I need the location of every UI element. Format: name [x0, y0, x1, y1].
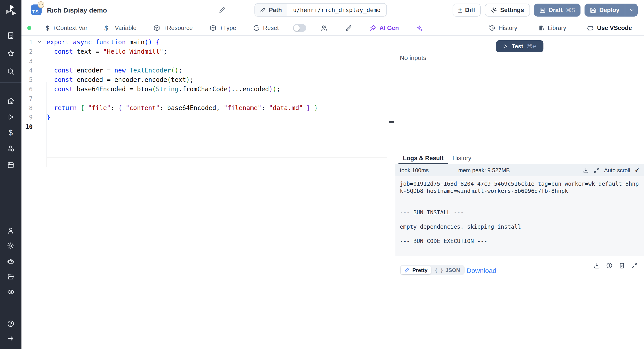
path-label: Path	[255, 4, 287, 16]
sidebar-item-eye-icon[interactable]	[7, 288, 14, 296]
no-inputs-text: No inputs	[400, 54, 426, 61]
sidebar-item-cubes-icon[interactable]	[7, 145, 14, 153]
result-actions	[594, 262, 638, 269]
code-text: return { "file": { "content": base64Enco…	[46, 104, 395, 111]
result-view-switch: Pretty { } JSON	[400, 265, 464, 275]
download-result-icon[interactable]	[594, 262, 600, 269]
ts-badge-label: TS	[32, 9, 39, 14]
sidebar-item-dollar-icon[interactable]: $	[9, 129, 13, 136]
editor-toolbar: $ +Context Var $ +Variable +Resource +Ty…	[22, 21, 644, 36]
line-number: 1	[22, 38, 33, 46]
library-button[interactable]: Library	[535, 24, 569, 32]
indent-guide	[46, 82, 47, 158]
collab-toggle[interactable]	[293, 24, 306, 32]
code-line-7: 7	[22, 94, 395, 103]
tab-history[interactable]: History	[448, 152, 476, 164]
deploy-button[interactable]: Deploy	[584, 4, 625, 17]
bun-runtime-icon	[38, 1, 44, 8]
current-line-highlight	[46, 158, 387, 167]
draft-button[interactable]: Draft ⌘S	[534, 4, 580, 17]
ai-gen-button[interactable]: AI Gen	[366, 24, 402, 32]
run-duration: took 100ms	[400, 167, 429, 173]
add-type-button[interactable]: +Type	[207, 24, 239, 32]
ai-sparkles-button[interactable]	[413, 24, 426, 32]
add-resource-button[interactable]: +Resource	[151, 24, 196, 32]
line-number: 3	[22, 57, 33, 64]
package-icon	[154, 25, 160, 31]
line-number: 9	[22, 113, 33, 121]
magic-wand-icon	[369, 24, 376, 32]
edit-title-pencil-icon[interactable]	[219, 6, 226, 14]
json-view-option[interactable]: { } JSON	[431, 266, 464, 274]
typescript-language-badge[interactable]: TS	[31, 5, 42, 15]
sidebar-item-user-icon[interactable]	[7, 227, 14, 234]
test-run-button[interactable]: Test ⌘↵	[496, 40, 544, 52]
topbar: TS Rich Display demo Path u/henri/rich_d…	[22, 0, 644, 20]
info-icon[interactable]	[606, 262, 613, 269]
download-file-link[interactable]: Download	[466, 267, 496, 274]
code-text: export async function main() {	[46, 38, 395, 46]
fold-chevron-icon[interactable]	[33, 39, 46, 44]
add-variable-button[interactable]: $ +Variable	[102, 24, 139, 32]
save-icon	[539, 7, 546, 13]
gear-settings-icon	[491, 7, 497, 13]
sidebar-item-play-icon[interactable]	[7, 113, 14, 121]
sidebar-item-home-icon[interactable]	[7, 97, 14, 105]
line-number: 4	[22, 67, 33, 74]
deploy-dropdown-button[interactable]	[625, 4, 638, 17]
sidebar-item-search-icon[interactable]	[7, 68, 14, 75]
auto-scroll-label[interactable]: Auto scroll	[604, 167, 630, 173]
job-logs[interactable]: job=01912d75-163d-8204-47c9-5469c516cb1e…	[395, 176, 644, 256]
sidebar-item-gear-icon[interactable]	[7, 242, 14, 250]
toolbar-left: $ +Context Var $ +Variable +Resource +Ty…	[27, 24, 426, 32]
chevron-down-icon	[628, 7, 634, 13]
use-vscode-button[interactable]: Use VScode	[584, 24, 634, 32]
sidebar-item-robot-icon[interactable]	[7, 258, 14, 265]
reset-button[interactable]: Reset	[250, 24, 282, 32]
pen-nib-icon	[404, 267, 410, 273]
users-icon	[321, 24, 328, 32]
inputs-section: Test ⌘↵ No inputs	[395, 36, 644, 152]
history-button[interactable]: History	[486, 24, 520, 32]
refresh-icon	[253, 25, 260, 31]
sidebar-item-folder-icon[interactable]	[7, 273, 14, 280]
expand-result-icon[interactable]	[631, 262, 638, 269]
code-line-5: 5 const encoded = encoder.encode(text);	[22, 75, 395, 84]
sidebar-item-help-icon[interactable]	[7, 320, 14, 327]
path-value: u/henri/rich_display_demo	[287, 4, 386, 16]
brush-icon	[345, 24, 352, 32]
mem-peak: mem peak: 9.527MB	[458, 167, 510, 173]
download-logs-icon[interactable]	[582, 167, 589, 173]
code-line-4: 4 const encoder = new TextEncoder();	[22, 65, 395, 75]
overview-ruler[interactable]	[388, 36, 395, 349]
tab-logs-result[interactable]: Logs & Result	[398, 152, 448, 164]
sparkles-icon	[416, 24, 423, 32]
settings-button[interactable]: Settings	[485, 4, 530, 17]
braces-icon: { }	[435, 267, 443, 273]
format-button[interactable]	[342, 24, 355, 32]
code-editor[interactable]: 1export async function main() {2 const t…	[22, 36, 395, 349]
sidebar-item-star-icon[interactable]	[7, 50, 14, 57]
sidebar-item-arrow-right-icon[interactable]	[7, 335, 14, 342]
auto-scroll-check-icon[interactable]: ✓	[634, 167, 640, 174]
pretty-view-option[interactable]: Pretty	[401, 266, 431, 274]
plus-minus-diff-icon: ±	[458, 7, 462, 14]
diff-button[interactable]: ± Diff	[452, 4, 481, 17]
toolbar-right: History Library Use VScode	[486, 24, 634, 32]
windmill-logo-icon[interactable]	[4, 4, 18, 18]
vscode-cat-icon	[587, 24, 594, 32]
page-title: Rich Display demo	[47, 6, 107, 14]
expand-logs-icon[interactable]	[593, 167, 600, 173]
test-shortcut: ⌘↵	[527, 43, 537, 50]
path-label-text: Path	[269, 7, 282, 13]
code-line-9: 9}	[22, 112, 395, 122]
dollar-icon: $	[46, 25, 50, 31]
code-text: const encoded = encoder.encode(text);	[46, 76, 395, 83]
path-control[interactable]: Path u/henri/rich_display_demo	[254, 3, 387, 17]
multiplayer-button[interactable]	[318, 24, 331, 32]
copy-clipboard-icon[interactable]	[618, 262, 625, 269]
sidebar-item-calendar-icon[interactable]	[7, 161, 14, 169]
sidebar-item-building-icon[interactable]	[7, 32, 14, 39]
deploy-split-button: Deploy	[584, 4, 638, 17]
add-context-var-button[interactable]: $ +Context Var	[43, 24, 90, 32]
